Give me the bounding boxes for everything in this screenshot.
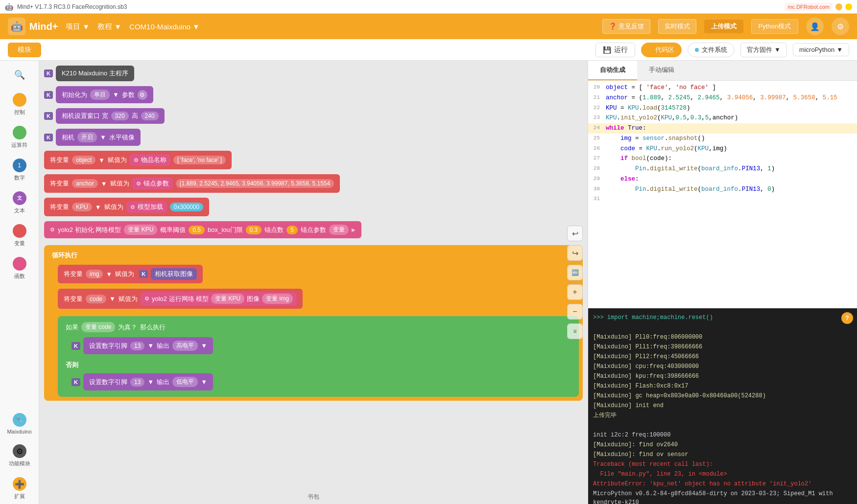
anchor-var[interactable]: anchor <box>72 179 98 188</box>
width-val: 320 <box>111 112 129 120</box>
translate-btn[interactable]: 🔤 <box>567 265 583 280</box>
sidebar-item-number[interactable]: 1 数字 <box>3 155 36 185</box>
if-code-val[interactable]: 变量 code <box>81 322 115 332</box>
kpu-fn-block[interactable]: ⚙ 模型加载 <box>126 201 167 213</box>
terminal[interactable]: ? >>> import machine;machine.reset() [Ma… <box>588 308 857 504</box>
pin-high-block[interactable]: 设置数字引脚 13 ▼ 输出 高电平 ▼ <box>83 337 213 354</box>
k-badge-main: K <box>44 69 53 77</box>
text-label: 文本 <box>14 207 25 214</box>
search-item[interactable]: 🔍 <box>3 66 36 87</box>
zoom-out-btn[interactable]: − <box>567 304 583 320</box>
number-icon: 1 <box>13 159 26 172</box>
open-arrow: ▼ <box>100 134 106 141</box>
lang-select[interactable]: microPython ▼ <box>793 43 849 56</box>
img-arrow: ▼ <box>106 271 112 278</box>
yolo2-init-row: ⚙ yolo2 初始化 网络模型 变量 KPU 概率阈值 0.5 box_iou… <box>44 221 583 238</box>
code-tabs: 自动生成 手动编辑 <box>588 61 857 81</box>
height-val: 240 <box>141 112 159 120</box>
object-fn-block[interactable]: ⚙ 物品名称 <box>130 154 170 166</box>
yolo2-prob-val: 0.5 <box>189 226 205 234</box>
undo-btn[interactable]: ↩ <box>567 226 583 241</box>
main-program-block[interactable]: K210 Maixduino 主程序 <box>56 66 134 81</box>
var-kpu-block[interactable]: 将变量 KPU ▼ 赋值为 ⚙ 模型加载 0x300000 <box>44 198 209 216</box>
object-var[interactable]: object <box>72 156 95 164</box>
camera-open-block[interactable]: 相机 开启 ▼ 水平镜像 <box>56 129 141 146</box>
sidebar-item-maixduino[interactable]: 🔧 Maixduino <box>3 409 36 438</box>
code-assign-row: 将变量 code ▼ 赋值为 ⚙ yolo2 运行网络 模型 变量 KPU 图像… <box>58 289 579 309</box>
camera-setup-block[interactable]: 相机设置窗口 宽 320 高 240 <box>56 108 165 124</box>
feedback-btn[interactable]: ❓ 意见反馈 <box>602 19 650 34</box>
open-val[interactable]: 开启 <box>77 132 97 142</box>
img-camera-block[interactable]: 相机获取图像 <box>151 268 197 280</box>
official-fw-btn[interactable]: 官方固件 ▼ <box>740 43 787 57</box>
img-assign-block[interactable]: 将变量 img ▼ 赋值为 K 相机获取图像 <box>58 265 203 283</box>
img-assign-row: 将变量 img ▼ 赋值为 K 相机获取图像 <box>58 265 579 283</box>
anchor-fn-block[interactable]: ⚙ 锚点参数 <box>132 178 173 189</box>
single-val[interactable]: 单目 <box>90 90 110 100</box>
user-avatar[interactable]: 👤 <box>806 18 824 35</box>
maixduino-icon: 🔧 <box>13 413 26 427</box>
upload-btn[interactable]: 上传模式 <box>704 20 743 33</box>
file-system-tab[interactable]: 文件系统 <box>688 43 735 57</box>
pin13-val1[interactable]: 13 <box>130 342 144 350</box>
gear-icon[interactable]: ⚙ <box>138 90 147 100</box>
sidebar-item-operator[interactable]: 运算符 <box>3 122 36 153</box>
kpu-var[interactable]: KPU <box>72 203 92 211</box>
module-btn[interactable]: 模块 <box>8 43 41 57</box>
yolo2-anchor-val: 5 <box>286 226 298 234</box>
else-body: K 设置数字引脚 13 ▼ 输出 低电平 ▼ <box>62 373 575 393</box>
main: 🔍 控制 运算符 1 数字 文 文本 变量 函数 🔧 Maixduin <box>0 61 857 504</box>
var-object-block[interactable]: 将变量 object ▼ 赋值为 ⚙ 物品名称 [ 'face', 'no fa… <box>44 151 232 169</box>
redo-btn[interactable]: ↪ <box>567 245 583 261</box>
kpu-arrow: ▼ <box>95 204 101 211</box>
code-area[interactable]: 20 object = [ 'face', 'no face' ] 21 anc… <box>588 81 857 308</box>
project-arrow: ▼ <box>82 23 90 31</box>
minimize-btn[interactable] <box>835 3 842 10</box>
var-anchor-block[interactable]: 将变量 anchor ▼ 赋值为 ⚙ 锚点参数 (1.889, 2.5245, … <box>44 174 340 193</box>
low-val[interactable]: 低电平 <box>172 377 198 387</box>
sidebar-item-function[interactable]: 函数 <box>3 253 36 284</box>
anchor-val: (1.889, 2.5245, 2.9465, 3.94056, 3.99987… <box>176 179 334 188</box>
sidebar-item-variable[interactable]: 变量 <box>3 220 36 251</box>
yolo2-run-block[interactable]: ⚙ yolo2 运行网络 模型 变量 KPU 图像 变量 img <box>141 292 297 305</box>
img-var[interactable]: img <box>86 270 103 278</box>
run-btn[interactable]: 💾 运行 <box>595 43 635 57</box>
project-menu[interactable]: 项目 ▼ <box>66 22 90 31</box>
sidebar-item-extend[interactable]: ➕ 扩展 <box>3 473 36 504</box>
pin-low-block[interactable]: 设置数字引脚 13 ▼ 输出 低电平 ▼ <box>83 373 213 390</box>
auto-tab[interactable]: 自动生成 <box>588 61 637 80</box>
tutorial-menu[interactable]: 教程 ▼ <box>97 22 121 31</box>
k-badge-cam2: K <box>44 134 53 141</box>
terminal-line-gc: [Maixduino] gc heap=0x803e0a00-0x80460a0… <box>593 391 852 400</box>
app-icon: 🤖 <box>5 3 13 11</box>
device-menu[interactable]: COM10-Maixduino ▼ <box>129 23 200 31</box>
python-btn[interactable]: Python模式 <box>751 19 798 34</box>
funcmod-icon: ⚙ <box>13 444 26 458</box>
code-line-25: 25 img = sensor.snapshot() <box>588 134 857 144</box>
high-val[interactable]: 高电平 <box>172 341 198 351</box>
settings-btn[interactable]: ⚙ <box>832 18 849 35</box>
yolo2-run-icon: ⚙ <box>144 296 149 302</box>
fw-arrow: ▼ <box>774 46 781 53</box>
help-btn[interactable]: ? <box>841 312 853 324</box>
if-container: 如果 变量 code 为真？ 那么执行 K 设置数字引脚 13 <box>58 316 579 397</box>
pin13-val2[interactable]: 13 <box>130 378 144 387</box>
restore-btn[interactable] <box>845 3 852 10</box>
if-header: 如果 变量 code 为真？ 那么执行 <box>62 320 575 334</box>
code-assign-block[interactable]: 将变量 code ▼ 赋值为 ⚙ yolo2 运行网络 模型 变量 KPU 图像… <box>58 289 303 309</box>
code-var[interactable]: code <box>86 295 106 303</box>
sidebar-item-text[interactable]: 文 文本 <box>3 187 36 218</box>
realtime-btn[interactable]: 实时模式 <box>658 19 696 34</box>
sidebar-item-funcmod[interactable]: ⚙ 功能模块 <box>3 440 36 471</box>
code-line-27: 27 if bool(code): <box>588 154 857 164</box>
tutorial-arrow: ▼ <box>114 23 121 31</box>
zoom-in-btn[interactable]: + <box>567 284 583 300</box>
manual-tab[interactable]: 手动编辑 <box>637 61 686 80</box>
device-arrow: ▼ <box>192 23 200 31</box>
code-area-tab[interactable]: 代码区 <box>641 43 682 57</box>
yolo2-init-block[interactable]: ⚙ yolo2 初始化 网络模型 变量 KPU 概率阈值 0.5 box_iou… <box>44 221 361 238</box>
sidebar-item-control[interactable]: 控制 <box>3 89 36 120</box>
init-block[interactable]: 初始化为 单目 ▼ 参数 ⚙ <box>56 86 153 103</box>
terminal-line-blank1 <box>593 323 852 332</box>
fit-btn[interactable]: ≡ <box>567 323 583 339</box>
